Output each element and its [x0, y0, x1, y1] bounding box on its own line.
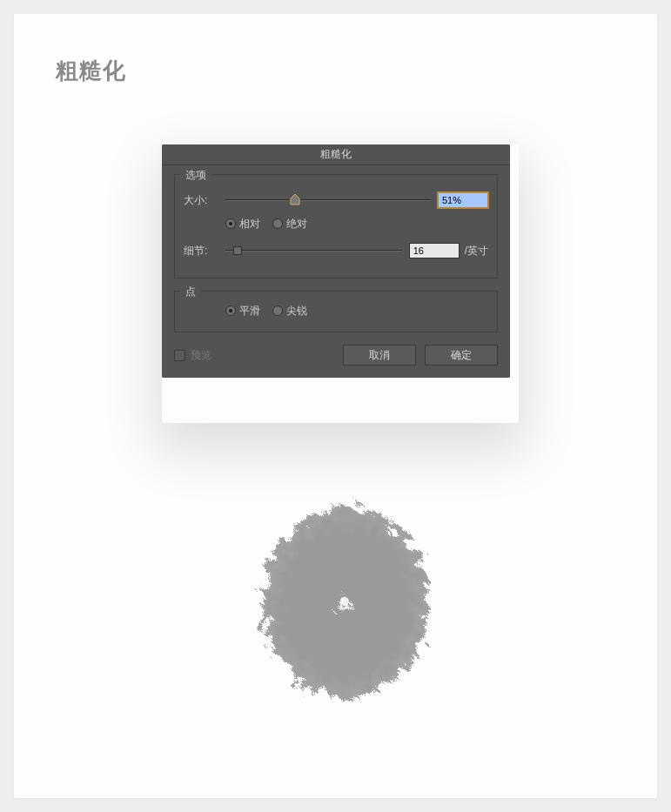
radio-corner-label: 尖锐 [286, 304, 307, 319]
radio-relative-label: 相对 [239, 217, 260, 232]
radio-dot-icon [272, 218, 283, 229]
radio-corner[interactable]: 尖锐 [272, 304, 307, 319]
checkbox-icon [174, 350, 185, 361]
preview-toggle[interactable]: 预览 [174, 348, 211, 363]
detail-unit: /英寸 [465, 244, 488, 258]
radio-absolute[interactable]: 绝对 [272, 217, 307, 232]
effect-preview-image [240, 484, 449, 719]
points-group-label: 点 [180, 285, 201, 299]
options-group: 选项 大小: [174, 174, 498, 278]
svg-point-1 [340, 597, 349, 606]
radio-smooth[interactable]: 平滑 [225, 304, 260, 319]
size-input[interactable] [438, 192, 488, 208]
points-group: 点 平滑 尖锐 [174, 291, 498, 332]
radio-dot-icon [225, 305, 236, 316]
detail-row: 细节: /英寸 [184, 241, 488, 260]
roughen-dialog: 粗糙化 选项 大小: [162, 144, 510, 378]
dialog-footer: 预览 取消 确定 [174, 345, 498, 366]
cancel-button[interactable]: 取消 [343, 345, 416, 366]
page-title: 粗糙化 [56, 56, 126, 86]
radio-absolute-label: 绝对 [286, 217, 307, 232]
options-group-label: 选项 [180, 168, 211, 183]
detail-slider[interactable] [225, 250, 402, 252]
size-label: 大小: [184, 193, 222, 208]
ok-button[interactable]: 确定 [425, 345, 498, 366]
preview-label: 预览 [191, 348, 211, 363]
radio-dot-icon [272, 305, 283, 316]
size-slider[interactable] [225, 199, 431, 201]
radio-dot-icon [225, 218, 236, 229]
size-mode-radios: 相对 绝对 [225, 215, 488, 232]
size-slider-thumb[interactable] [290, 193, 300, 205]
points-radios: 平滑 尖锐 [225, 302, 488, 319]
detail-slider-thumb[interactable] [233, 246, 242, 255]
size-row: 大小: [184, 191, 488, 210]
detail-label: 细节: [184, 244, 222, 258]
radio-relative[interactable]: 相对 [225, 217, 260, 232]
dialog-titlebar: 粗糙化 [162, 144, 510, 165]
detail-input[interactable] [409, 243, 460, 258]
dialog-title: 粗糙化 [320, 147, 352, 162]
radio-smooth-label: 平滑 [239, 304, 260, 319]
